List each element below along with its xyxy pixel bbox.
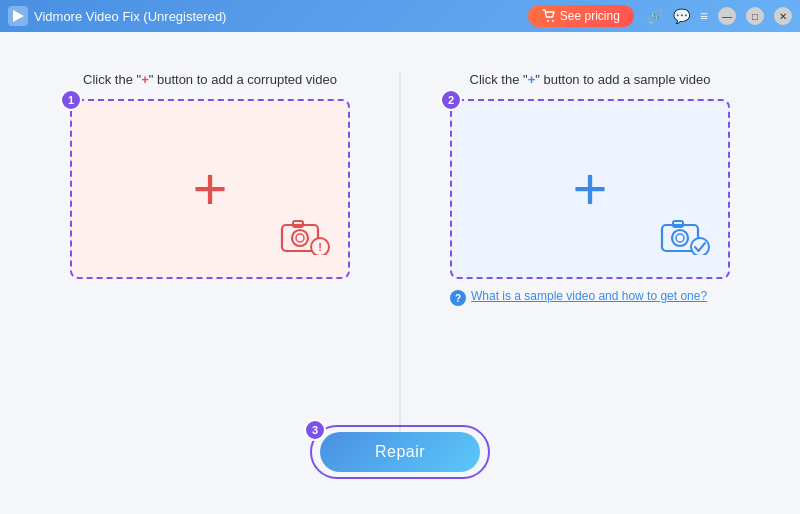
step-2-badge: 2 [440,89,462,111]
svg-point-12 [676,234,684,242]
see-pricing-button[interactable]: See pricing [528,5,634,27]
sample-camera-icon [660,217,710,259]
sample-info-area: ? What is a sample video and how to get … [450,289,730,306]
corrupted-camera-icon: ! [280,217,330,259]
repair-area: 3 Repair [310,425,490,479]
cart-icon [542,9,556,23]
sample-panel: Click the "+" button to add a sample vid… [420,72,760,306]
menu-icon[interactable]: ≡ [700,8,708,24]
app-title: Vidmore Video Fix (Unregistered) [34,9,528,24]
divider-line [400,72,401,434]
link-icon[interactable]: 🔗 [646,8,663,24]
sample-instruction: Click the "+" button to add a sample vid… [470,72,711,87]
sample-upload-box[interactable]: 2 + [450,99,730,279]
corrupted-upload-box[interactable]: 1 + ! [70,99,350,279]
repair-button[interactable]: Repair [320,432,480,472]
step-1-badge: 1 [60,89,82,111]
corrupted-plus-text: + [141,72,149,87]
sample-plus-icon: + [572,159,607,219]
svg-text:!: ! [318,241,322,253]
title-bar: Vidmore Video Fix (Unregistered) See pri… [0,0,800,32]
main-content: Click the "+" button to add a corrupted … [0,32,800,514]
svg-point-11 [672,230,688,246]
sample-plus-text: + [528,72,536,87]
svg-point-14 [691,238,709,255]
chat-icon[interactable]: 💬 [673,8,690,24]
step-3-badge: 3 [304,419,326,441]
svg-point-6 [296,234,304,242]
corrupted-plus-icon: + [192,159,227,219]
svg-point-5 [292,230,308,246]
maximize-button[interactable]: □ [746,7,764,25]
close-button[interactable]: ✕ [774,7,792,25]
svg-point-2 [547,20,549,22]
sample-info-link[interactable]: What is a sample video and how to get on… [471,289,707,303]
repair-button-outer: 3 Repair [310,425,490,479]
svg-point-3 [552,20,554,22]
corrupted-instruction: Click the "+" button to add a corrupted … [83,72,337,87]
vidmore-logo-icon [8,6,28,26]
info-icon: ? [450,290,466,306]
minimize-button[interactable]: — [718,7,736,25]
title-bar-actions: 🔗 💬 ≡ — □ ✕ [646,7,792,25]
corrupted-panel: Click the "+" button to add a corrupted … [40,72,380,279]
